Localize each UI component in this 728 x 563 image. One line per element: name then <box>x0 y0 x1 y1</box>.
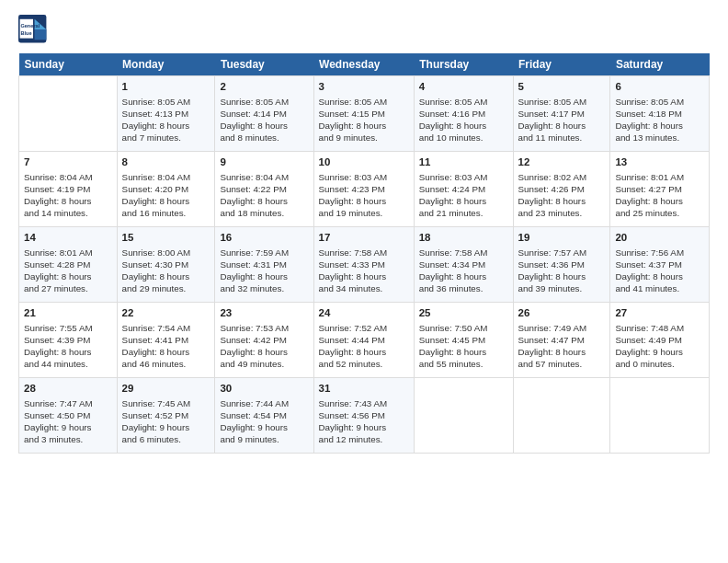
calendar-table: SundayMondayTuesdayWednesdayThursdayFrid… <box>18 53 710 454</box>
day-info: Sunrise: 8:02 AM Sunset: 4:26 PM Dayligh… <box>518 171 606 220</box>
day-info: Sunrise: 7:50 AM Sunset: 4:45 PM Dayligh… <box>419 322 508 371</box>
day-info: Sunrise: 7:58 AM Sunset: 4:34 PM Dayligh… <box>419 247 508 295</box>
day-info: Sunrise: 8:03 AM Sunset: 4:24 PM Dayligh… <box>419 171 508 220</box>
calendar-cell: 12Sunrise: 8:02 AM Sunset: 4:26 PM Dayli… <box>513 152 610 227</box>
calendar-cell: 21Sunrise: 7:55 AM Sunset: 4:39 PM Dayli… <box>19 303 118 378</box>
day-info: Sunrise: 8:04 AM Sunset: 4:20 PM Dayligh… <box>122 171 210 220</box>
weekday-header-row: SundayMondayTuesdayWednesdayThursdayFrid… <box>19 53 710 76</box>
calendar-cell <box>610 378 710 454</box>
calendar-cell: 10Sunrise: 8:03 AM Sunset: 4:23 PM Dayli… <box>313 152 414 227</box>
calendar-cell <box>414 378 513 454</box>
day-info: Sunrise: 8:00 AM Sunset: 4:30 PM Dayligh… <box>122 247 210 295</box>
day-number: 12 <box>518 155 606 170</box>
day-number: 30 <box>220 382 308 396</box>
day-info: Sunrise: 7:54 AM Sunset: 4:41 PM Dayligh… <box>122 322 210 371</box>
calendar-cell: 9Sunrise: 8:04 AM Sunset: 4:22 PM Daylig… <box>215 152 313 227</box>
calendar-cell: 4Sunrise: 8:05 AM Sunset: 4:16 PM Daylig… <box>414 76 513 152</box>
calendar-cell: 31Sunrise: 7:43 AM Sunset: 4:56 PM Dayli… <box>313 378 414 454</box>
day-info: Sunrise: 8:04 AM Sunset: 4:22 PM Dayligh… <box>220 171 308 220</box>
logo-icon: General Blue <box>18 15 48 44</box>
day-info: Sunrise: 7:52 AM Sunset: 4:44 PM Dayligh… <box>319 322 409 371</box>
day-number: 17 <box>319 231 409 246</box>
day-info: Sunrise: 8:05 AM Sunset: 4:16 PM Dayligh… <box>419 96 508 144</box>
day-number: 25 <box>419 306 508 321</box>
calendar-cell: 15Sunrise: 8:00 AM Sunset: 4:30 PM Dayli… <box>117 227 215 303</box>
day-number: 20 <box>615 231 704 246</box>
day-info: Sunrise: 8:05 AM Sunset: 4:15 PM Dayligh… <box>319 96 409 144</box>
day-number: 23 <box>220 306 308 321</box>
day-info: Sunrise: 8:05 AM Sunset: 4:18 PM Dayligh… <box>615 96 704 144</box>
day-number: 22 <box>122 306 210 321</box>
day-number: 28 <box>24 382 112 396</box>
day-number: 2 <box>220 80 308 95</box>
day-info: Sunrise: 7:59 AM Sunset: 4:31 PM Dayligh… <box>220 247 308 295</box>
calendar-cell: 7Sunrise: 8:04 AM Sunset: 4:19 PM Daylig… <box>19 152 118 227</box>
svg-text:General: General <box>20 23 40 29</box>
svg-text:Blue: Blue <box>20 30 31 36</box>
day-info: Sunrise: 8:05 AM Sunset: 4:17 PM Dayligh… <box>518 96 606 144</box>
calendar-cell: 5Sunrise: 8:05 AM Sunset: 4:17 PM Daylig… <box>513 76 610 152</box>
calendar-cell: 24Sunrise: 7:52 AM Sunset: 4:44 PM Dayli… <box>313 303 414 378</box>
calendar-week-1: 1Sunrise: 8:05 AM Sunset: 4:13 PM Daylig… <box>19 76 710 152</box>
weekday-thursday: Thursday <box>414 53 513 76</box>
weekday-sunday: Sunday <box>19 53 118 76</box>
calendar-week-4: 21Sunrise: 7:55 AM Sunset: 4:39 PM Dayli… <box>19 303 710 378</box>
day-info: Sunrise: 7:53 AM Sunset: 4:42 PM Dayligh… <box>220 322 308 371</box>
day-info: Sunrise: 8:01 AM Sunset: 4:28 PM Dayligh… <box>24 247 112 295</box>
calendar-cell: 3Sunrise: 8:05 AM Sunset: 4:15 PM Daylig… <box>313 76 414 152</box>
header: General Blue <box>18 15 710 44</box>
day-number: 24 <box>319 306 409 321</box>
day-info: Sunrise: 7:57 AM Sunset: 4:36 PM Dayligh… <box>518 247 606 295</box>
calendar-cell: 27Sunrise: 7:48 AM Sunset: 4:49 PM Dayli… <box>610 303 710 378</box>
day-info: Sunrise: 7:55 AM Sunset: 4:39 PM Dayligh… <box>24 322 112 371</box>
calendar-cell: 14Sunrise: 8:01 AM Sunset: 4:28 PM Dayli… <box>19 227 118 303</box>
day-info: Sunrise: 8:01 AM Sunset: 4:27 PM Dayligh… <box>615 171 704 220</box>
calendar-cell: 11Sunrise: 8:03 AM Sunset: 4:24 PM Dayli… <box>414 152 513 227</box>
calendar-cell: 18Sunrise: 7:58 AM Sunset: 4:34 PM Dayli… <box>414 227 513 303</box>
day-number: 31 <box>319 382 409 396</box>
day-info: Sunrise: 7:58 AM Sunset: 4:33 PM Dayligh… <box>319 247 409 295</box>
day-number: 27 <box>615 306 704 321</box>
calendar-cell: 20Sunrise: 7:56 AM Sunset: 4:37 PM Dayli… <box>610 227 710 303</box>
day-info: Sunrise: 7:47 AM Sunset: 4:50 PM Dayligh… <box>24 397 112 446</box>
calendar-cell: 23Sunrise: 7:53 AM Sunset: 4:42 PM Dayli… <box>215 303 313 378</box>
calendar-cell: 28Sunrise: 7:47 AM Sunset: 4:50 PM Dayli… <box>19 378 118 454</box>
weekday-tuesday: Tuesday <box>215 53 313 76</box>
calendar-cell: 17Sunrise: 7:58 AM Sunset: 4:33 PM Dayli… <box>313 227 414 303</box>
page: General Blue SundayMondayTuesdayWednesda… <box>0 0 728 563</box>
day-info: Sunrise: 7:44 AM Sunset: 4:54 PM Dayligh… <box>220 397 308 446</box>
day-number: 9 <box>220 155 308 170</box>
day-number: 6 <box>615 80 704 95</box>
calendar-week-5: 28Sunrise: 7:47 AM Sunset: 4:50 PM Dayli… <box>19 378 710 454</box>
calendar-cell: 22Sunrise: 7:54 AM Sunset: 4:41 PM Dayli… <box>117 303 215 378</box>
day-number: 21 <box>24 306 112 321</box>
day-info: Sunrise: 7:49 AM Sunset: 4:47 PM Dayligh… <box>518 322 606 371</box>
calendar-cell: 19Sunrise: 7:57 AM Sunset: 4:36 PM Dayli… <box>513 227 610 303</box>
calendar-cell: 16Sunrise: 7:59 AM Sunset: 4:31 PM Dayli… <box>215 227 313 303</box>
calendar-week-3: 14Sunrise: 8:01 AM Sunset: 4:28 PM Dayli… <box>19 227 710 303</box>
day-number: 29 <box>122 382 210 396</box>
day-info: Sunrise: 8:03 AM Sunset: 4:23 PM Dayligh… <box>319 171 409 220</box>
day-number: 3 <box>319 80 409 95</box>
logo: General Blue <box>18 15 51 44</box>
day-info: Sunrise: 7:45 AM Sunset: 4:52 PM Dayligh… <box>122 397 210 446</box>
calendar-cell: 30Sunrise: 7:44 AM Sunset: 4:54 PM Dayli… <box>215 378 313 454</box>
day-number: 8 <box>122 155 210 170</box>
day-number: 16 <box>220 231 308 246</box>
calendar-cell <box>513 378 610 454</box>
day-info: Sunrise: 7:48 AM Sunset: 4:49 PM Dayligh… <box>615 322 704 371</box>
day-info: Sunrise: 7:56 AM Sunset: 4:37 PM Dayligh… <box>615 247 704 295</box>
weekday-wednesday: Wednesday <box>313 53 414 76</box>
day-number: 10 <box>319 155 409 170</box>
day-number: 7 <box>24 155 112 170</box>
calendar-cell: 1Sunrise: 8:05 AM Sunset: 4:13 PM Daylig… <box>117 76 215 152</box>
weekday-friday: Friday <box>513 53 610 76</box>
svg-marker-2 <box>35 29 47 40</box>
calendar-cell: 25Sunrise: 7:50 AM Sunset: 4:45 PM Dayli… <box>414 303 513 378</box>
calendar-cell: 2Sunrise: 8:05 AM Sunset: 4:14 PM Daylig… <box>215 76 313 152</box>
day-number: 18 <box>419 231 508 246</box>
day-number: 13 <box>615 155 704 170</box>
weekday-saturday: Saturday <box>610 53 710 76</box>
day-number: 4 <box>419 80 508 95</box>
calendar-cell: 6Sunrise: 8:05 AM Sunset: 4:18 PM Daylig… <box>610 76 710 152</box>
